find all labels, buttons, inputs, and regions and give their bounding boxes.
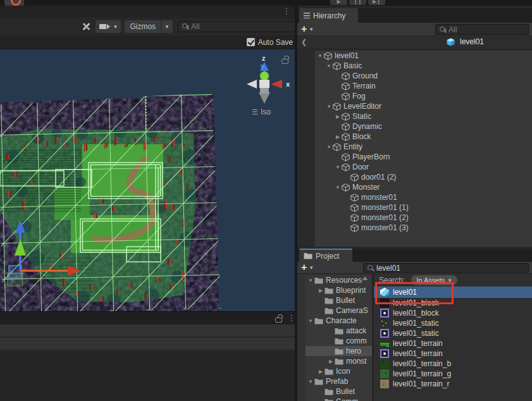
search-result-row[interactable]: level01_terrain bbox=[374, 338, 532, 349]
bottom-panel-row[interactable] bbox=[0, 324, 295, 338]
scene-menu-kebab-icon[interactable]: ⋮ bbox=[283, 8, 290, 15]
hierarchy-tree-row[interactable]: ▼ Monster bbox=[315, 182, 532, 192]
foldout-arrow-icon[interactable]: ▼ bbox=[325, 63, 333, 69]
project-folder-row[interactable]: ▼ Prefab bbox=[306, 376, 372, 386]
search-result-row[interactable]: level01_terrain_b bbox=[374, 359, 532, 369]
search-result-row[interactable]: level01_static bbox=[374, 318, 532, 328]
play-controls: ▶ ❙❙ ▶❙ bbox=[330, 0, 385, 5]
asset-label: level01_terrain bbox=[393, 349, 443, 358]
hierarchy-tree-row[interactable]: monster01 bbox=[315, 192, 532, 202]
project-folder-row[interactable]: ▶ Icon bbox=[306, 366, 372, 376]
foldout-arrow-icon[interactable]: ▼ bbox=[334, 185, 342, 190]
back-chevron-icon[interactable]: ❮ bbox=[301, 38, 307, 46]
search-result-row[interactable]: level01_block bbox=[374, 308, 532, 318]
folder-icon bbox=[325, 368, 333, 375]
hierarchy-tree-row[interactable]: ▶ Block bbox=[315, 132, 532, 142]
bottom-panel-row[interactable] bbox=[0, 338, 295, 350]
folder-icon bbox=[325, 388, 333, 395]
hierarchy-tree-row[interactable]: ▼ LevelEditor bbox=[315, 101, 532, 111]
project-folder-row[interactable]: ▼ Characte bbox=[306, 316, 372, 326]
hierarchy-item-label: Door bbox=[352, 163, 369, 171]
hierarchy-tab-label: Hierarchy bbox=[313, 11, 345, 20]
step-button[interactable]: ▶❙ bbox=[368, 0, 385, 5]
project-folder-row[interactable]: hero bbox=[306, 346, 372, 356]
foldout-arrow-icon[interactable]: ▼ bbox=[325, 144, 333, 150]
gameobject-cube-icon bbox=[342, 133, 350, 141]
foldout-arrow-icon[interactable]: ▼ bbox=[307, 318, 314, 324]
foldout-arrow-icon[interactable]: ▶ bbox=[317, 288, 325, 293]
camera-dropdown[interactable]: ▼ bbox=[96, 20, 121, 33]
hierarchy-item-label: Static bbox=[352, 112, 371, 121]
project-folder-row[interactable]: ▶ Blueprint bbox=[306, 285, 372, 295]
hierarchy-item-label: LevelEditor bbox=[343, 102, 381, 111]
project-folder-row[interactable]: Bullet bbox=[306, 295, 372, 305]
project-folder-list: ▼ Resources ▶ Blueprint bbox=[306, 275, 372, 401]
hierarchy-tree-row[interactable]: monster01 (1) bbox=[315, 202, 532, 213]
project-folder-label: Characte bbox=[326, 316, 357, 325]
lock-icon[interactable] bbox=[275, 314, 282, 322]
search-result-row[interactable]: level01_terrain_r bbox=[374, 379, 532, 389]
hierarchy-search-input[interactable]: ▼ All bbox=[435, 24, 529, 35]
tools-icon[interactable] bbox=[81, 22, 90, 32]
breadcrumb-item[interactable]: level01 bbox=[447, 37, 484, 46]
search-result-row[interactable]: level01_terrain_g bbox=[374, 369, 532, 379]
hierarchy-tree-row[interactable]: ▼ Door bbox=[315, 162, 532, 172]
foldout-arrow-icon[interactable]: ▼ bbox=[307, 278, 314, 283]
scene-view[interactable]: z y x ☰ Iso bbox=[0, 49, 295, 311]
search-result-row[interactable]: level01_terrain bbox=[374, 349, 532, 359]
search-result-row[interactable]: level01 bbox=[374, 287, 532, 298]
scope-dropdown[interactable]: In Assets ▼ bbox=[411, 275, 457, 285]
project-folder-row[interactable]: attack bbox=[306, 326, 372, 336]
project-content: ▼ Resources ▶ Blueprint bbox=[297, 274, 532, 401]
project-folder-row[interactable]: Bullet bbox=[306, 386, 372, 397]
tab-project[interactable]: Project bbox=[299, 249, 352, 263]
hierarchy-tree-row[interactable]: monster01 (2) bbox=[315, 213, 532, 223]
collab-button[interactable]: +. bbox=[4, 0, 24, 6]
projection-toggle[interactable]: ☰ Iso bbox=[252, 108, 271, 116]
project-add-button[interactable]: + ▼ bbox=[301, 263, 314, 272]
project-folder-row[interactable]: comm bbox=[306, 336, 372, 346]
tab-hierarchy[interactable]: Hierarchy bbox=[299, 8, 358, 23]
gameobject-cube-icon bbox=[342, 82, 350, 90]
scroll-up-arrow-icon[interactable] bbox=[362, 276, 368, 280]
foldout-arrow-icon[interactable]: ▼ bbox=[307, 379, 314, 385]
hierarchy-tree-row[interactable]: PlayerBorn bbox=[315, 152, 532, 162]
hierarchy-tree-row[interactable]: Fog bbox=[315, 91, 532, 101]
hierarchy-toolbar: + ▼ ▼ All bbox=[297, 23, 532, 36]
lock-icon[interactable] bbox=[281, 56, 288, 63]
orientation-gizmo[interactable]: z y x ☰ Iso bbox=[234, 49, 295, 119]
hierarchy-tree-row[interactable]: ▼ Basic bbox=[315, 61, 532, 71]
hierarchy-tree-row[interactable]: Ground bbox=[315, 71, 532, 81]
hierarchy-tree-row[interactable]: door01 (2) bbox=[315, 172, 532, 182]
search-result-row[interactable]: level01_static bbox=[374, 328, 532, 338]
hierarchy-tree-row[interactable]: ▼ Entity bbox=[315, 142, 532, 152]
play-button[interactable]: ▶ bbox=[330, 0, 347, 5]
search-results-header: Search: In Assets ▼ bbox=[374, 274, 532, 287]
project-folder-row[interactable]: CameraS bbox=[306, 305, 372, 316]
hierarchy-tree-row[interactable]: ▼ level01 bbox=[315, 51, 532, 61]
scene-search-input[interactable]: ▼ All bbox=[178, 22, 295, 32]
foldout-arrow-icon[interactable]: ▼ bbox=[325, 104, 333, 109]
foldout-arrow-icon[interactable]: ▶ bbox=[327, 359, 335, 364]
project-folder-row[interactable]: Comm bbox=[306, 397, 372, 401]
foldout-arrow-icon[interactable]: ▼ bbox=[334, 164, 342, 170]
hierarchy-tree-row[interactable]: Terrain bbox=[315, 81, 532, 91]
search-result-row[interactable]: level01_block bbox=[374, 298, 532, 308]
hierarchy-tree-row[interactable]: monster01 (3) bbox=[315, 223, 532, 233]
project-folder-label: Bullet bbox=[336, 387, 355, 396]
auto-save-checkbox[interactable] bbox=[247, 38, 255, 46]
hierarchy-tree-row[interactable]: ▶ Static bbox=[315, 111, 532, 121]
foldout-arrow-icon[interactable]: ▼ bbox=[316, 53, 324, 59]
project-search-input[interactable]: level01 bbox=[363, 263, 529, 273]
hierarchy-tree-row[interactable]: Dynamic bbox=[315, 121, 532, 132]
asset-label: level01 bbox=[393, 288, 417, 297]
foldout-arrow-icon[interactable]: ▶ bbox=[317, 369, 325, 374]
hierarchy-tree-list: ▼ level01 ▼ Basic Ground bbox=[315, 51, 532, 247]
foldout-arrow-icon[interactable]: ▶ bbox=[334, 134, 342, 140]
foldout-arrow-icon[interactable]: ▶ bbox=[334, 114, 342, 120]
hierarchy-add-button[interactable]: + ▼ bbox=[301, 25, 314, 34]
project-folder-row[interactable]: ▶ monst bbox=[306, 356, 372, 366]
pause-button[interactable]: ❙❙ bbox=[349, 0, 366, 5]
gizmos-dropdown[interactable]: Gizmos ▼ bbox=[125, 20, 173, 33]
axis-y-label: y bbox=[261, 63, 264, 69]
